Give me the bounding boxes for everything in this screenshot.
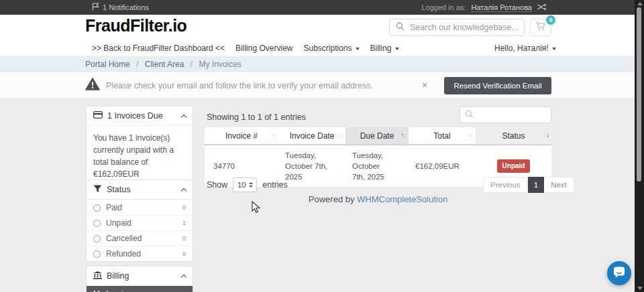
powered-by-footer: Powered by WHMCompleteSolution [205, 194, 551, 204]
nav-back-to-dashboard[interactable]: >> Back to FraudFilter Dashboard << [92, 44, 225, 53]
pagination: Previous 1 Next [483, 177, 574, 193]
chevron-up-icon [181, 114, 186, 119]
scroll-down-arrow[interactable] [637, 287, 643, 290]
alert-message: Please check your email and follow the l… [106, 81, 373, 90]
status-panel-title: Status [107, 185, 130, 194]
notifications-menu[interactable]: 1 Notifications [92, 3, 149, 12]
breadcrumb-separator: / [191, 60, 193, 69]
column-header-invoice-date[interactable]: Invoice Date ↑↓ [278, 127, 345, 145]
invoices-due-panel: 1 Invoices Due You have 1 invoice(s) cur… [86, 106, 193, 189]
scroll-up-arrow[interactable] [637, 2, 643, 5]
live-chat-button[interactable] [607, 261, 631, 285]
warning-triangle-icon [85, 78, 100, 93]
bank-icon [93, 271, 102, 281]
chat-bubble-icon [612, 266, 626, 281]
whmcompletesolution-link[interactable]: WHMCompleteSolution [357, 194, 447, 204]
search-icon [465, 109, 474, 121]
knowledgebase-search-input[interactable] [410, 23, 518, 32]
billing-panel-header[interactable]: Billing [87, 267, 193, 286]
filter-item-cancelled[interactable]: Cancelled 0 [87, 230, 193, 246]
filter-item-refunded[interactable]: Refunded 0 [87, 246, 193, 261]
user-greeting-menu[interactable]: Hello, Наталія! [494, 40, 556, 56]
status-filter-panel: Status Paid 0 Unpaid 1 Cancelled 0 Refun… [86, 179, 193, 262]
chevron-up-icon [181, 188, 186, 193]
notifications-label: 1 Notifications [103, 3, 149, 11]
pagination-previous-button[interactable]: Previous [483, 177, 528, 193]
radio-icon[interactable] [93, 235, 101, 242]
filter-count: 0 [182, 235, 186, 242]
column-header-due-date[interactable]: Due Date ↑↓ [345, 127, 409, 145]
sort-icon: ↑↓ [338, 131, 343, 139]
sort-icon: ↑↓ [401, 131, 407, 139]
filter-funnel-icon [93, 185, 102, 195]
search-icon [396, 21, 405, 33]
cart-icon [535, 21, 546, 33]
site-logo[interactable]: FraudFilter.io [85, 16, 186, 35]
entries-label: entries [262, 180, 288, 190]
window-edge [635, 0, 644, 292]
chevron-down-icon [356, 48, 360, 50]
select-arrows-icon [249, 182, 253, 188]
filter-count: 0 [182, 250, 186, 257]
column-header-status[interactable]: Status ↑↓ [476, 127, 551, 145]
show-label: Show [207, 180, 227, 190]
sort-icon: ↑↓ [544, 131, 549, 139]
radio-icon[interactable] [93, 204, 101, 212]
chevron-down-icon [552, 48, 556, 50]
breadcrumb-current: My Invoices [199, 60, 241, 69]
cell-invoice-date: Tuesday, October 7th, 2025 [278, 145, 345, 188]
filter-item-unpaid[interactable]: Unpaid 1 [87, 215, 193, 230]
invoices-due-title: 1 Invoices Due [107, 111, 163, 121]
site-header: FraudFilter.io 0 [0, 15, 635, 40]
breadcrumb: Portal Home / Client Area / My Invoices [85, 56, 241, 72]
cell-due-date: Tuesday, October 7th, 2025 [345, 145, 409, 188]
cart-count-badge: 0 [546, 15, 555, 25]
breadcrumb-portal-home[interactable]: Portal Home [85, 60, 130, 69]
nav-billing-overview[interactable]: Billing Overview [235, 44, 292, 53]
filter-count: 1 [182, 220, 186, 226]
logged-in-as-label: Logged in as: [421, 3, 466, 11]
switch-user-icon[interactable] [537, 3, 547, 12]
column-header-total[interactable]: Total ↑↓ [409, 127, 476, 145]
email-verification-alert: Please check your email and follow the l… [0, 72, 635, 98]
filter-item-paid[interactable]: Paid 0 [87, 200, 193, 215]
sort-icon: ↑↓ [271, 131, 276, 139]
chevron-down-icon [395, 48, 399, 50]
cart-button[interactable]: 0 [530, 19, 551, 36]
showing-entries-text: Showing 1 to 1 of 1 entries [207, 113, 306, 122]
filter-count: 0 [182, 204, 186, 211]
billing-panel-title: Billing [107, 271, 129, 281]
breadcrumb-separator: / [136, 60, 138, 69]
invoices-due-panel-header[interactable]: 1 Invoices Due [87, 106, 193, 126]
close-icon[interactable]: × [422, 72, 427, 98]
table-search[interactable] [460, 106, 551, 123]
table-search-input[interactable] [478, 111, 546, 120]
show-entries-control: Show 10 entries [207, 177, 288, 192]
flag-icon [92, 3, 99, 12]
radio-icon[interactable] [93, 220, 101, 227]
billing-panel: Billing My Invoices [86, 266, 193, 292]
knowledgebase-search[interactable] [389, 19, 525, 36]
page-size-select[interactable]: 10 [233, 177, 257, 192]
pagination-current-page[interactable]: 1 [528, 177, 544, 193]
cell-total: €162,09EUR [409, 145, 476, 188]
status-badge: Unpaid [497, 159, 531, 173]
nav-subscriptions[interactable]: Subscriptions [303, 44, 359, 53]
credit-card-icon [93, 111, 103, 121]
topbar: 1 Notifications Logged in as: Наталія Ро… [0, 0, 635, 15]
sidebar-item-my-invoices[interactable]: My Invoices [87, 286, 193, 292]
chevron-up-icon [181, 274, 186, 279]
breadcrumb-bar: Portal Home / Client Area / My Invoices [0, 56, 635, 72]
radio-icon[interactable] [93, 250, 101, 258]
logged-in-user-link[interactable]: Наталія Ротанова [471, 3, 532, 12]
nav-billing[interactable]: Billing [370, 44, 399, 53]
breadcrumb-client-area[interactable]: Client Area [145, 60, 184, 69]
pagination-next-button[interactable]: Next [544, 177, 574, 193]
resend-verification-button[interactable]: Resend Verification Email [444, 77, 551, 94]
scrollbar-thumb[interactable] [637, 7, 641, 181]
sort-icon: ↑↓ [468, 131, 474, 139]
main-nav: >> Back to FraudFilter Dashboard << Bill… [0, 40, 635, 56]
status-panel-header[interactable]: Status [87, 180, 193, 200]
column-header-invoice-number[interactable]: Invoice # ↑↓ [205, 127, 278, 145]
